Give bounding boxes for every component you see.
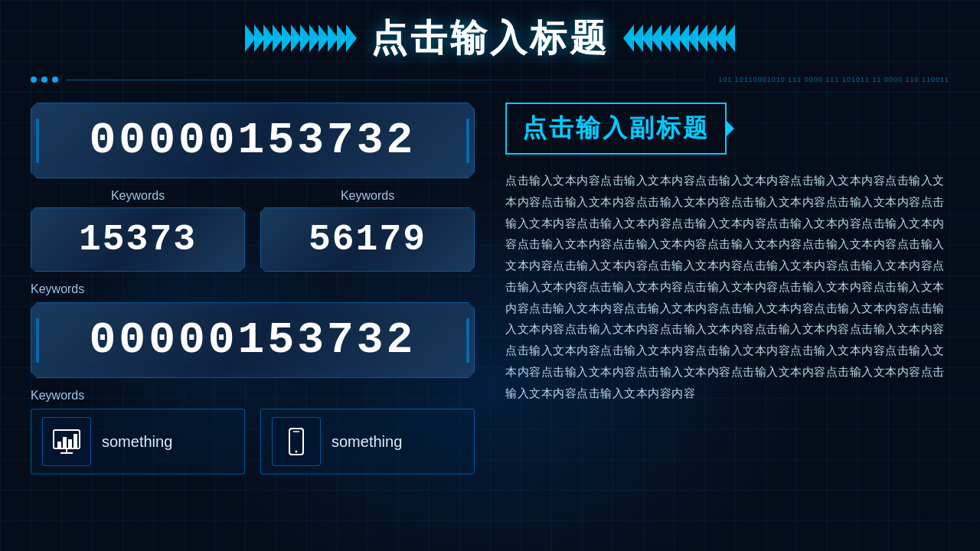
arrow-right-11 [632, 24, 643, 52]
icon-box-2-text: something [332, 433, 402, 451]
arrow-right-2 [715, 24, 726, 52]
icon-boxes: something something [31, 409, 475, 474]
main-layout: 00000153732 Keywords Keywords 15373 5617… [0, 87, 980, 546]
main-content: 点击输入标题 101 10110001010 111 0000 111 1010… [0, 0, 980, 551]
big-number-display-2[interactable]: 00000153732 [31, 302, 475, 378]
right-panel: 点击输入副标题 点击输入文本内容点击输入文本内容点击输入文本内容点击输入文本内容… [505, 103, 949, 546]
binary-text: 101 10110001010 111 0000 111 101011 11 0… [718, 76, 949, 83]
icon-box-1-text: something [102, 433, 172, 451]
arrow-right-9 [651, 24, 662, 52]
left-panel: 00000153732 Keywords Keywords 15373 5617… [31, 103, 475, 546]
deco-dot-3 [52, 77, 58, 83]
arrow-right-12 [623, 24, 634, 52]
arrow-chevron-12 [346, 24, 357, 52]
arrow-right-3 [706, 24, 717, 52]
deco-line [66, 80, 710, 80]
arrow-right-1 [724, 24, 735, 52]
header-deco: 101 10110001010 111 0000 111 101011 11 0… [0, 72, 980, 87]
big-number-2-value: 00000153732 [47, 315, 459, 365]
deco-dot-2 [41, 77, 47, 83]
svg-rect-6 [74, 434, 77, 448]
body-text[interactable]: 点击输入文本内容点击输入文本内容点击输入文本内容点击输入文本内容点击输入文本内容… [505, 170, 949, 403]
bar-chart-icon-box [42, 417, 91, 466]
arrow-right-4 [697, 24, 707, 52]
keyword-label-left: Keywords [31, 189, 245, 203]
subtitle-box[interactable]: 点击输入副标题 [505, 103, 727, 155]
arrow-right-6 [678, 24, 689, 52]
icon-boxes-keyword: Keywords [31, 389, 475, 403]
header-arrows-right [625, 24, 735, 52]
header-arrows-left [245, 24, 355, 52]
svg-rect-5 [68, 439, 72, 448]
keywords-row-1: Keywords Keywords [31, 189, 475, 203]
big-number-1-value: 00000153732 [47, 116, 459, 165]
icon-box-2[interactable]: something [260, 409, 475, 474]
arrow-right-8 [660, 24, 671, 52]
icon-box-1[interactable]: something [31, 409, 245, 474]
header: 点击输入标题 [0, 0, 980, 69]
arrow-right-10 [642, 24, 652, 52]
keyword-single: Keywords [31, 282, 475, 296]
number-box-2-value: 56179 [269, 219, 466, 260]
phone-icon [281, 426, 312, 457]
svg-rect-4 [63, 437, 67, 448]
bar-chart-icon [51, 426, 82, 457]
svg-rect-3 [57, 442, 61, 448]
number-box-1[interactable]: 15373 [31, 207, 245, 272]
big-number-display-1[interactable]: 00000153732 [31, 103, 475, 178]
svg-point-8 [296, 451, 298, 453]
arrow-right-5 [688, 24, 698, 52]
deco-dots [31, 77, 58, 83]
two-boxes: 15373 56179 [31, 207, 475, 272]
deco-dot-1 [31, 77, 37, 83]
subtitle-text: 点击输入副标题 [522, 112, 710, 145]
keyword-label-right: Keywords [260, 189, 475, 203]
number-box-2[interactable]: 56179 [260, 207, 475, 272]
phone-icon-box [272, 417, 321, 466]
arrow-right-7 [669, 24, 680, 52]
number-box-1-value: 15373 [39, 219, 237, 260]
page-title[interactable]: 点击输入标题 [371, 14, 609, 63]
